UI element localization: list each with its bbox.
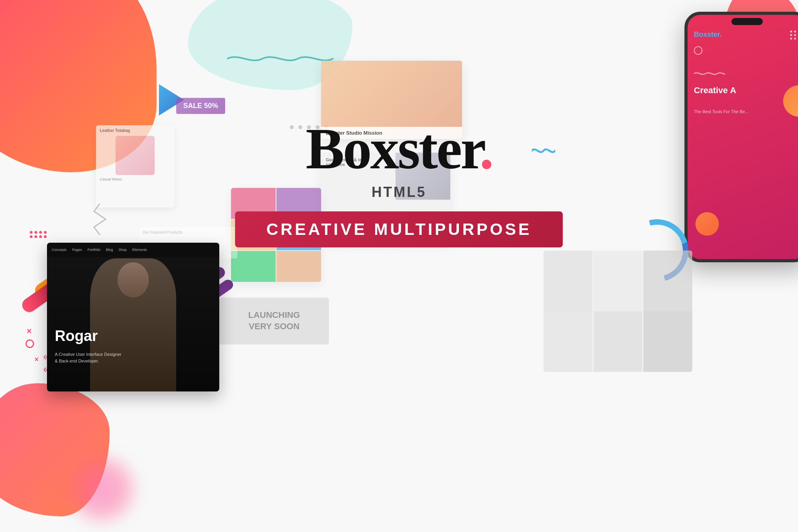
launching-soon-card: LAUNCHINGVERY SOON [219, 298, 329, 344]
showcase-cell-4 [543, 311, 592, 372]
showcase-cell-2 [594, 251, 643, 311]
phone-brand-text: Boxster. [694, 31, 722, 39]
wavy-left-decoration [90, 204, 110, 235]
rogar-figure [47, 257, 219, 391]
rogar-portfolio-card: Concepts Pages Portfolio Blog Shop Eleme… [47, 243, 219, 391]
rogar-nav-item-2: Pages [72, 248, 82, 252]
rogar-nav-item-4: Blog [106, 248, 113, 252]
phone-wavy-icon [694, 70, 725, 78]
main-title: Boxster. [0, 115, 798, 182]
dots-pink-decoration [30, 231, 47, 238]
title-text: Boxster [306, 117, 479, 181]
showcase-cell-3 [643, 251, 692, 311]
phone-heading-text: Creative A [694, 85, 736, 96]
rogar-desc-text: A Creative User Interface Designer& Back… [55, 351, 121, 364]
portfolio-cell-6 [276, 251, 321, 282]
creative-multipurpose-badge: CREATIVE MULTIPURPOSE [235, 211, 563, 247]
x-mark-pink-2: × [34, 355, 39, 364]
showcase-row-2 [543, 311, 692, 372]
phone-subtext: The Best Tools For The Be... [694, 109, 764, 115]
circle-pink-icon [25, 339, 34, 348]
sale-badge: SALE 50% [176, 98, 225, 114]
phone-circle-icon [694, 46, 702, 55]
showcase-grid-thumbnail [543, 251, 692, 372]
scene: Boxster. Creative A The Best Tools For T… [0, 0, 798, 532]
rogar-nav-item-1: Concepts [52, 248, 67, 252]
phone-bottom-blob [695, 212, 719, 236]
gradient-pink-blob [70, 458, 133, 520]
rogar-nav: Concepts Pages Portfolio Blog Shop Eleme… [47, 243, 219, 257]
phone-notch [731, 18, 763, 25]
html5-subtitle: HTML5 [0, 184, 798, 200]
featured-label: Our Featured Products [143, 230, 234, 234]
launching-text: LAUNCHINGVERY SOON [248, 310, 300, 332]
phone-dots-icon [790, 31, 798, 40]
portfolio-cell-5 [231, 251, 276, 282]
showcase-cell-6 [643, 311, 692, 372]
title-dot: . [479, 117, 492, 181]
wavy-top-decoration [227, 51, 337, 67]
rogar-nav-item-5: Shop [119, 248, 127, 252]
showcase-cell-5 [594, 311, 643, 372]
rogar-nav-item-3: Portfolio [88, 248, 101, 252]
showcase-cell-1 [543, 251, 592, 311]
x-mark-pink-1: × [27, 326, 32, 336]
phone-orange-blob [783, 85, 798, 117]
rogar-name-text: Rogar [55, 328, 98, 344]
rogar-nav-item-6: Elements [132, 248, 147, 252]
showcase-row-1 [543, 251, 692, 311]
